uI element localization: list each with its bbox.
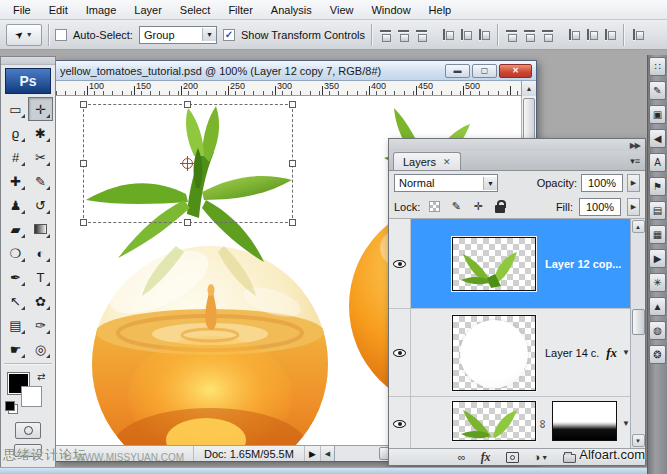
- expand-dock-icon[interactable]: ◀: [649, 129, 666, 148]
- align-top-edges-icon[interactable]: [378, 27, 393, 42]
- magic-wand-tool-icon[interactable]: ✱: [28, 121, 53, 145]
- transform-handle[interactable]: [184, 219, 191, 226]
- layer-effects-icon[interactable]: fx: [606, 345, 617, 361]
- auto-align-layers-icon[interactable]: [630, 27, 645, 42]
- document-title-bar[interactable]: yellow_tomatoes_tutorial.psd @ 100% (Lay…: [56, 61, 536, 81]
- crop-tool-icon[interactable]: #: [3, 145, 28, 169]
- auto-select-scope-dropdown[interactable]: Group ▼: [139, 26, 217, 44]
- rectangular-marquee-tool-icon[interactable]: ▭: [3, 97, 28, 121]
- gradient-tool-icon[interactable]: [28, 217, 53, 241]
- lock-paint-icon[interactable]: ✎: [448, 199, 464, 215]
- transform-handle[interactable]: [289, 219, 296, 226]
- distribute-horizontal-centers-icon[interactable]: [584, 27, 599, 42]
- layer-name[interactable]: Layer 12 cop...: [545, 258, 621, 270]
- default-colors-icon[interactable]: [5, 401, 18, 414]
- layer-row[interactable]: Layer 14 c... fx ▼: [389, 309, 630, 397]
- lock-transparency-icon[interactable]: [426, 199, 442, 215]
- status-popup-arrow[interactable]: ▶: [305, 446, 321, 461]
- color-panel-icon[interactable]: ❂: [649, 345, 666, 364]
- link-layers-icon[interactable]: ∞: [458, 452, 466, 463]
- menu-item[interactable]: Image: [77, 1, 126, 19]
- path-selection-tool-icon[interactable]: ↖: [3, 289, 28, 313]
- notes-tool-icon[interactable]: ▤: [3, 313, 28, 337]
- current-tool-button[interactable]: ➤ ▼: [6, 24, 42, 46]
- opacity-spinner-icon[interactable]: ▶: [627, 174, 640, 192]
- menu-item[interactable]: Filter: [219, 1, 261, 19]
- zoom-tool-icon[interactable]: ◎: [28, 337, 53, 361]
- scroll-up-arrow[interactable]: ▲: [632, 220, 645, 233]
- clone-stamp-tool-icon[interactable]: ♟: [3, 193, 28, 217]
- transform-handle[interactable]: [80, 101, 87, 108]
- blend-mode-dropdown[interactable]: Normal ▼: [394, 174, 498, 192]
- layer-thumbnail[interactable]: [452, 315, 536, 391]
- paragraph-panel-icon[interactable]: ▤: [649, 201, 666, 220]
- layer-thumbnail[interactable]: [452, 401, 536, 441]
- lasso-tool-icon[interactable]: ϱ: [3, 121, 28, 145]
- swap-colors-icon[interactable]: ⇄: [37, 371, 45, 382]
- collapse-panel-icon[interactable]: ▶▶: [630, 141, 640, 150]
- auto-select-checkbox[interactable]: [55, 29, 67, 41]
- history-brush-tool-icon[interactable]: ↺: [28, 193, 53, 217]
- effects-expand-icon[interactable]: ▼: [622, 419, 630, 428]
- pen-tool-icon[interactable]: ✒: [3, 265, 28, 289]
- quick-mask-button[interactable]: [15, 422, 41, 439]
- panel-menu-icon[interactable]: ▾≡: [630, 156, 640, 166]
- type-tool-icon[interactable]: T: [28, 265, 53, 289]
- transform-handle[interactable]: [80, 160, 87, 167]
- mask-link-icon[interactable]: ∞: [536, 419, 550, 428]
- menu-item[interactable]: Layer: [125, 1, 171, 19]
- hand-tool-icon[interactable]: ☛: [3, 337, 28, 361]
- transform-handle[interactable]: [184, 101, 191, 108]
- actions-panel-icon[interactable]: ▶: [649, 249, 666, 268]
- scroll-down-arrow[interactable]: ▼: [632, 434, 645, 447]
- scroll-left-arrow[interactable]: ◀: [321, 446, 335, 461]
- maximize-button[interactable]: ▢: [472, 64, 497, 78]
- scrollbar-thumb[interactable]: [632, 309, 645, 335]
- dodge-tool-icon[interactable]: ◐: [28, 241, 53, 265]
- transform-handle[interactable]: [289, 160, 296, 167]
- transform-reference-point[interactable]: [182, 158, 193, 169]
- menu-item[interactable]: Edit: [40, 1, 77, 19]
- eraser-tool-icon[interactable]: ▰: [3, 217, 28, 241]
- layers-tab[interactable]: Layers ✕: [393, 152, 461, 170]
- menu-item[interactable]: Help: [420, 1, 461, 19]
- histogram-panel-icon[interactable]: ▲: [649, 297, 666, 316]
- visibility-toggle[interactable]: [389, 219, 411, 308]
- brush-tool-icon[interactable]: ✎: [28, 169, 53, 193]
- character-panel-icon[interactable]: A: [649, 153, 666, 172]
- lock-all-icon[interactable]: [492, 199, 508, 215]
- menu-item[interactable]: Window: [362, 1, 419, 19]
- effects-expand-icon[interactable]: ▼: [622, 348, 630, 357]
- menu-item[interactable]: Select: [171, 1, 220, 19]
- distribute-left-edges-icon[interactable]: [566, 27, 581, 42]
- info-panel-icon[interactable]: ◍: [649, 321, 666, 340]
- menu-item[interactable]: View: [321, 1, 363, 19]
- healing-brush-tool-icon[interactable]: ✚: [3, 169, 28, 193]
- new-group-icon[interactable]: [563, 452, 576, 463]
- layer-thumbnail[interactable]: [452, 237, 536, 291]
- layer-name[interactable]: Layer 14 c...: [545, 347, 600, 359]
- navigator-panel-icon[interactable]: ✳: [649, 273, 666, 292]
- slice-tool-icon[interactable]: ✂: [28, 145, 53, 169]
- tab-close-icon[interactable]: ✕: [443, 157, 451, 167]
- tool-presets-panel-icon[interactable]: ⚑: [649, 177, 666, 196]
- fill-spinner-icon[interactable]: ▶: [627, 198, 640, 216]
- minimize-button[interactable]: ▬: [445, 64, 470, 78]
- toolbox-grip[interactable]: [1, 57, 55, 65]
- lock-position-icon[interactable]: ✛: [470, 199, 486, 215]
- align-left-edges-icon[interactable]: [440, 27, 455, 42]
- transform-handle[interactable]: [289, 101, 296, 108]
- blur-tool-icon[interactable]: ❍: [3, 241, 28, 265]
- distribute-bottom-edges-icon[interactable]: [540, 27, 555, 42]
- clone-source-panel-icon[interactable]: ▣: [649, 105, 666, 124]
- scroll-track[interactable]: [632, 233, 645, 434]
- eyedropper-tool-icon[interactable]: ✑: [28, 313, 53, 337]
- add-layer-mask-icon[interactable]: [506, 452, 519, 463]
- show-transform-controls-checkbox[interactable]: ✓: [223, 29, 235, 41]
- add-adjustment-layer-icon[interactable]: ◑▼: [534, 452, 549, 463]
- layer-comps-panel-icon[interactable]: ▦: [649, 225, 666, 244]
- transform-bounding-box[interactable]: [83, 104, 293, 223]
- custom-shape-tool-icon[interactable]: ✿: [28, 289, 53, 313]
- move-tool-icon[interactable]: ✛: [28, 97, 53, 121]
- visibility-toggle[interactable]: [389, 397, 411, 448]
